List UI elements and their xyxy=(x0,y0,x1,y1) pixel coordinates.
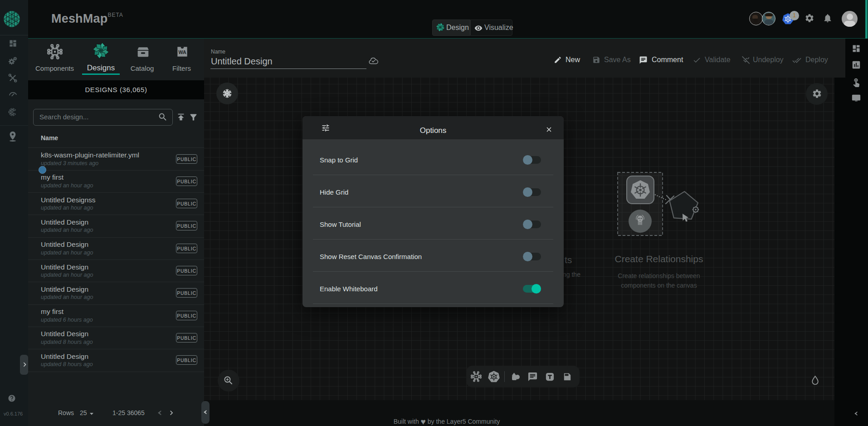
svg-text:WA: WA xyxy=(178,49,186,55)
